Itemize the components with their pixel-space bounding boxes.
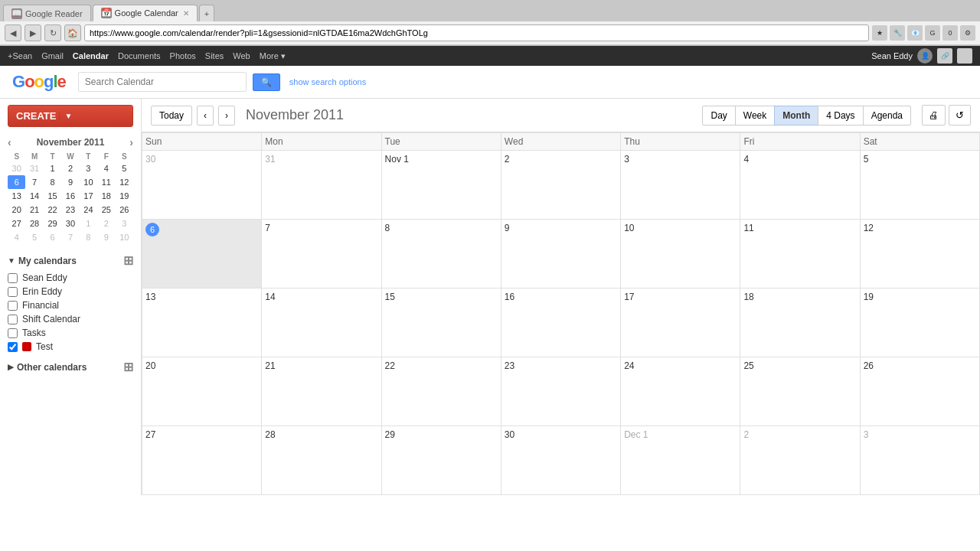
address-bar[interactable] xyxy=(84,24,869,41)
next-button[interactable]: › xyxy=(218,106,235,126)
table-row[interactable]: Dec 1 xyxy=(621,426,740,495)
mini-cal-day[interactable]: 3 xyxy=(116,217,133,230)
table-row[interactable]: 15 xyxy=(381,289,501,357)
table-row[interactable]: 14 xyxy=(262,289,381,357)
topbar-settings2[interactable]: ⚙ xyxy=(957,48,972,64)
my-calendars-manage[interactable]: ⊞ xyxy=(123,253,133,268)
mini-cal-day[interactable]: 4 xyxy=(8,230,25,244)
topbar-share[interactable]: 🔗 xyxy=(937,48,952,64)
today-button[interactable]: Today xyxy=(151,106,192,126)
mini-cal-day[interactable]: 12 xyxy=(116,175,133,189)
tab-close-icon[interactable]: ✕ xyxy=(183,9,189,18)
calendar-checkbox[interactable] xyxy=(8,287,18,297)
mini-cal-day[interactable]: 10 xyxy=(116,230,133,244)
other-calendars-manage[interactable]: ⊞ xyxy=(123,360,133,374)
topbar-calendar[interactable]: Calendar xyxy=(73,51,109,60)
mini-cal-day[interactable]: 10 xyxy=(80,175,97,189)
topbar-sites[interactable]: Sites xyxy=(205,51,224,60)
mini-cal-day[interactable]: 23 xyxy=(61,203,79,217)
mini-cal-day[interactable]: 8 xyxy=(44,175,61,189)
table-row[interactable]: 2 xyxy=(740,426,860,495)
mini-cal-day[interactable]: 27 xyxy=(8,217,25,230)
table-row[interactable]: 29 xyxy=(381,426,501,495)
prev-button[interactable]: ‹ xyxy=(197,106,214,126)
topbar-web[interactable]: Web xyxy=(233,51,250,60)
calendar-checkbox[interactable] xyxy=(8,342,18,352)
tab-calendar[interactable]: 📅 Google Calendar ✕ xyxy=(93,5,198,21)
mini-cal-day[interactable]: 19 xyxy=(116,189,133,203)
topbar-gmail[interactable]: Gmail xyxy=(41,51,64,60)
view-btn-4-days[interactable]: 4 Days xyxy=(818,106,863,126)
mini-cal-day[interactable]: 5 xyxy=(116,161,133,175)
bookmark-icon[interactable]: ★ xyxy=(872,25,887,41)
mini-cal-day[interactable]: 7 xyxy=(25,175,43,189)
mini-cal-day[interactable]: 14 xyxy=(25,189,43,203)
create-dropdown-arrow[interactable]: ▼ xyxy=(59,112,72,120)
my-calendars-header[interactable]: ▼ My calendars ⊞ xyxy=(8,253,133,268)
table-row[interactable]: Nov 1 xyxy=(381,151,501,220)
table-row[interactable]: 31 xyxy=(262,151,381,220)
table-row[interactable]: 20 xyxy=(142,357,262,426)
table-row[interactable]: 4 xyxy=(740,151,860,220)
table-row[interactable]: 12 xyxy=(860,220,979,289)
table-row[interactable]: 27 xyxy=(142,426,262,495)
mini-cal-day[interactable]: 8 xyxy=(80,230,97,244)
mini-cal-day[interactable]: 24 xyxy=(80,203,97,217)
topbar-documents[interactable]: Documents xyxy=(118,51,161,60)
mini-cal-day[interactable]: 7 xyxy=(61,230,79,244)
mini-cal-day[interactable]: 3 xyxy=(80,161,97,175)
table-row[interactable]: 18 xyxy=(740,289,860,357)
table-row[interactable]: 26 xyxy=(860,357,979,426)
mini-cal-day[interactable]: 30 xyxy=(61,217,79,230)
table-row[interactable]: 21 xyxy=(262,357,381,426)
other-calendars-header[interactable]: ▶ Other calendars ⊞ xyxy=(8,360,133,374)
table-row[interactable]: 3 xyxy=(621,151,740,220)
tab-reader[interactable]: 📖 Google Reader xyxy=(3,5,91,21)
mini-cal-day[interactable]: 22 xyxy=(44,203,61,217)
mini-cal-day[interactable]: 2 xyxy=(61,161,79,175)
table-row[interactable]: 24 xyxy=(621,357,740,426)
settings-icon[interactable]: ⚙ xyxy=(960,25,975,41)
calendar-checkbox[interactable] xyxy=(8,328,18,338)
new-tab-btn[interactable]: + xyxy=(199,5,214,21)
table-row[interactable]: 30 xyxy=(501,426,620,495)
forward-btn[interactable]: ▶ xyxy=(24,24,41,41)
table-row[interactable]: 7 xyxy=(262,220,381,289)
table-row[interactable]: 10 xyxy=(621,220,740,289)
table-row[interactable]: 13 xyxy=(142,289,262,357)
view-btn-week[interactable]: Week xyxy=(735,106,775,126)
table-row[interactable]: 2 xyxy=(501,151,620,220)
table-row[interactable]: 22 xyxy=(381,357,501,426)
calendar-checkbox[interactable] xyxy=(8,301,18,311)
extension-icon-1[interactable]: 🔧 xyxy=(890,25,905,41)
table-row[interactable]: 16 xyxy=(501,289,620,357)
mini-cal-next[interactable]: › xyxy=(129,136,133,148)
mini-cal-day[interactable]: 9 xyxy=(97,230,115,244)
mini-cal-day[interactable]: 1 xyxy=(80,217,97,230)
mini-cal-day[interactable]: 2 xyxy=(97,217,115,230)
mini-cal-day[interactable]: 6 xyxy=(8,175,25,189)
extension-icon-4[interactable]: 0 xyxy=(942,25,958,41)
table-row[interactable]: 25 xyxy=(740,357,860,426)
mini-cal-day[interactable]: 21 xyxy=(25,203,43,217)
show-search-options[interactable]: show search options xyxy=(289,77,366,86)
table-row[interactable]: 3 xyxy=(860,426,979,495)
topbar-avatar[interactable]: 👤 xyxy=(917,48,933,64)
table-row[interactable]: 11 xyxy=(740,220,860,289)
table-row[interactable]: 8 xyxy=(381,220,501,289)
view-btn-day[interactable]: Day xyxy=(702,106,735,126)
mini-cal-day[interactable]: 4 xyxy=(97,161,115,175)
topbar-plussean[interactable]: +Sean xyxy=(8,51,32,60)
mini-cal-day[interactable]: 18 xyxy=(97,189,115,203)
table-row[interactable]: 5 xyxy=(860,151,979,220)
mini-cal-day[interactable]: 30 xyxy=(8,161,25,175)
view-btn-month[interactable]: Month xyxy=(774,106,818,126)
calendar-checkbox[interactable] xyxy=(8,315,18,324)
mini-cal-day[interactable]: 15 xyxy=(44,189,61,203)
mini-cal-day[interactable]: 28 xyxy=(25,217,43,230)
mini-cal-day[interactable]: 20 xyxy=(8,203,25,217)
table-row[interactable]: 30 xyxy=(142,151,262,220)
calendar-checkbox[interactable] xyxy=(8,273,18,283)
refresh-button[interactable]: ↺ xyxy=(949,105,971,126)
reload-btn[interactable]: ↻ xyxy=(44,24,61,41)
